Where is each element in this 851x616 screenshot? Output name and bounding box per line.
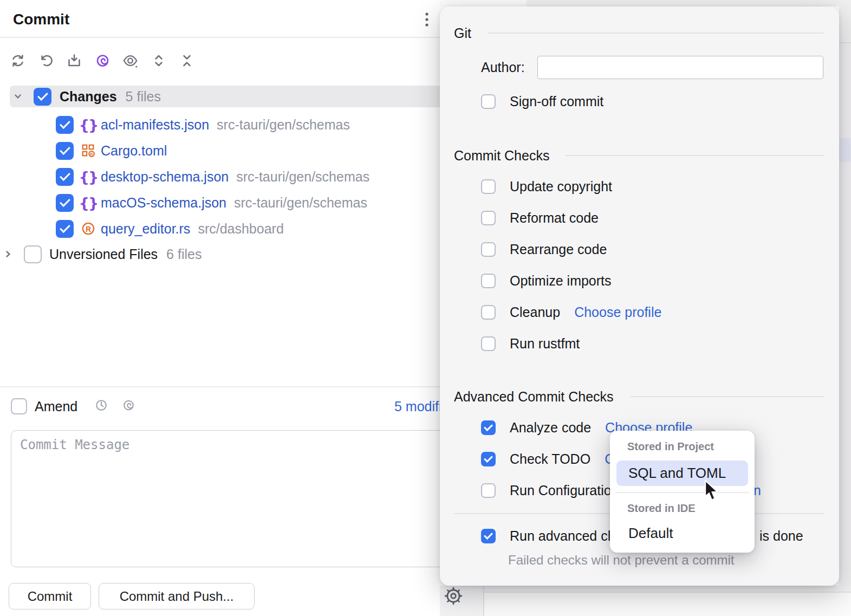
chevron-down-icon[interactable] xyxy=(13,92,23,101)
changes-checkbox[interactable] xyxy=(34,88,51,106)
svg-text:R: R xyxy=(86,225,91,234)
dropdown-item-default[interactable]: Default xyxy=(616,522,748,544)
file-name: macOS-schema.json xyxy=(101,195,226,211)
rearrange-code-checkbox[interactable] xyxy=(481,242,496,257)
selected-row-sliver xyxy=(839,138,851,162)
reformat-code-row: Reformat code xyxy=(481,207,599,229)
update-copyright-row: Update copyright xyxy=(481,176,612,197)
file-path: src/dashboard xyxy=(198,221,283,237)
json-file-icon: {} xyxy=(81,194,96,211)
unversioned-checkbox[interactable] xyxy=(24,245,42,263)
unversioned-files-row[interactable]: Unversioned Files 6 files xyxy=(0,242,440,267)
file-path: src-tauri/gen/schemas xyxy=(236,169,369,185)
file-name: Cargo.toml xyxy=(101,143,167,159)
file-row[interactable]: R query_editor.rs src/dashboard xyxy=(0,216,450,242)
commit-checks-section-header: Commit Checks xyxy=(454,147,824,164)
screen: Commit xyxy=(0,0,851,616)
expand-all-icon[interactable] xyxy=(150,52,167,69)
run-rustfmt-row: Run rustfmt xyxy=(481,333,580,354)
check-label: Run rustfmt xyxy=(510,336,580,352)
commit-and-push-button[interactable]: Commit and Push... xyxy=(99,583,255,609)
background-strip xyxy=(527,0,851,7)
background-panel xyxy=(484,593,851,616)
rearrange-code-row: Rearrange code xyxy=(481,238,607,260)
commit-checks-header-label: Commit Checks xyxy=(454,148,549,164)
chevron-right-icon[interactable] xyxy=(3,249,13,259)
commit-button[interactable]: Commit xyxy=(9,583,91,609)
divider xyxy=(0,386,450,387)
check-label: Analyze code xyxy=(510,420,591,436)
signoff-label: Sign-off commit xyxy=(510,94,603,109)
changes-label: Changes xyxy=(60,89,117,105)
view-options-icon[interactable] xyxy=(122,52,139,69)
unversioned-count: 6 files xyxy=(166,247,202,262)
file-checkbox[interactable] xyxy=(56,194,74,212)
check-label: Rearrange code xyxy=(510,242,607,257)
page-title: Commit xyxy=(13,11,69,28)
check-label: Optimize imports xyxy=(510,273,612,289)
status-footer xyxy=(440,586,851,616)
run-configuration-checkbox[interactable] xyxy=(481,483,496,498)
signoff-checkbox[interactable] xyxy=(481,94,496,109)
advanced-checks-section-header: Advanced Commit Checks xyxy=(454,388,824,405)
check-label: Check TODO xyxy=(510,451,590,467)
dropdown-group-header: Stored in Project xyxy=(627,438,714,455)
changes-count: 5 files xyxy=(126,89,161,105)
divider xyxy=(488,33,824,34)
amend-row: Amend xyxy=(11,395,136,417)
unversioned-label: Unversioned Files xyxy=(49,247,158,262)
update-copyright-checkbox[interactable] xyxy=(481,179,496,194)
file-row[interactable]: R Cargo.toml xyxy=(0,138,450,164)
shelve-icon[interactable] xyxy=(66,52,83,69)
check-label-tail: is done xyxy=(759,525,803,547)
divider xyxy=(615,492,749,493)
author-input[interactable] xyxy=(537,56,823,79)
dropdown-item-sql-and-toml[interactable]: SQL and TOML xyxy=(616,461,748,486)
file-checkbox[interactable] xyxy=(56,142,74,160)
cleanup-checkbox[interactable] xyxy=(481,305,496,320)
file-checkbox[interactable] xyxy=(56,116,74,134)
run-rustfmt-checkbox[interactable] xyxy=(481,336,496,351)
mouse-cursor xyxy=(704,480,719,504)
check-todo-checkbox[interactable] xyxy=(481,452,496,466)
rust-file-icon: R xyxy=(81,221,96,237)
divider xyxy=(630,396,824,397)
history-icon[interactable] xyxy=(94,398,109,415)
signoff-row: Sign-off commit xyxy=(481,90,603,112)
run-advanced-after-commit-checkbox[interactable] xyxy=(481,529,496,543)
background-strip xyxy=(440,0,527,7)
reformat-code-checkbox[interactable] xyxy=(481,211,496,225)
background-editor-sliver xyxy=(839,0,851,616)
file-path: src-tauri/gen/schemas xyxy=(234,195,367,211)
cleanup-row: Cleanup Choose profile xyxy=(481,301,661,323)
file-checkbox[interactable] xyxy=(56,168,74,186)
commit-toolbar xyxy=(9,52,196,69)
json-file-icon: {} xyxy=(81,116,96,133)
cleanup-choose-profile-link[interactable]: Choose profile xyxy=(574,304,661,320)
collapse-all-icon[interactable] xyxy=(178,52,196,69)
changes-group-row[interactable]: Changes 5 files xyxy=(10,86,450,107)
amend-checkbox[interactable] xyxy=(11,398,27,414)
file-checkbox[interactable] xyxy=(56,220,74,238)
file-row[interactable]: {} acl-manifests.json src-tauri/gen/sche… xyxy=(0,112,450,138)
more-options-icon[interactable] xyxy=(424,12,430,30)
settings-gear-icon[interactable] xyxy=(444,587,463,607)
amend-label: Amend xyxy=(35,399,77,414)
cargo-file-icon: R xyxy=(81,142,96,159)
refresh-icon[interactable] xyxy=(9,52,27,69)
profile-dropdown: Stored in Project SQL and TOML Stored in… xyxy=(610,431,755,553)
check-label: Cleanup xyxy=(510,304,560,320)
file-name: acl-manifests.json xyxy=(101,117,209,133)
author-label: Author: xyxy=(481,59,525,75)
file-row[interactable]: {} desktop-schema.json src-tauri/gen/sch… xyxy=(0,164,450,190)
ai-spellcheck-icon[interactable] xyxy=(121,398,136,415)
file-row[interactable]: {} macOS-schema.json src-tauri/gen/schem… xyxy=(0,190,450,216)
analyze-code-checkbox[interactable] xyxy=(481,420,496,435)
ai-assistant-icon[interactable] xyxy=(94,52,111,69)
rollback-icon[interactable] xyxy=(37,52,55,69)
git-section-header: Git xyxy=(454,25,824,41)
git-header-label: Git xyxy=(454,25,471,41)
advanced-header-label: Advanced Commit Checks xyxy=(454,389,614,405)
svg-text:R: R xyxy=(90,152,93,157)
optimize-imports-checkbox[interactable] xyxy=(481,274,496,288)
